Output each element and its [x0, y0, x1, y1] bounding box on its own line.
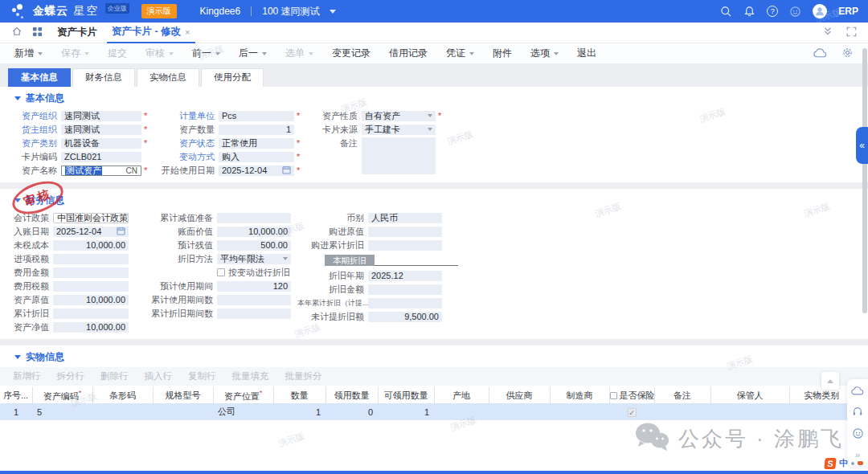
cell-seq[interactable]: 1: [0, 403, 32, 420]
cell-insured[interactable]: ✓: [609, 403, 654, 420]
asset-name-input[interactable]: 测试资产CN: [61, 165, 141, 176]
help-icon[interactable]: ?: [767, 6, 778, 17]
cell-qty[interactable]: 1: [273, 403, 326, 420]
ime-language[interactable]: 中: [839, 457, 848, 469]
cell-available-qty[interactable]: 1: [378, 403, 434, 420]
used-periods-input[interactable]: [217, 295, 291, 305]
asset-status-input[interactable]: 正常使用: [219, 138, 294, 149]
cell-origin[interactable]: [434, 403, 489, 420]
asset-org-input[interactable]: 速同测试: [61, 111, 141, 121]
options-button[interactable]: 选项: [530, 47, 559, 60]
asset-category-input[interactable]: 机器设备: [61, 138, 141, 149]
expense-tax-input[interactable]: [53, 281, 129, 292]
remark-textarea[interactable]: [362, 137, 436, 174]
batch-split-button[interactable]: 批量拆分: [285, 370, 322, 382]
asset-nature-select[interactable]: 自有资产: [362, 111, 436, 121]
cell-location[interactable]: 公司: [213, 403, 273, 420]
collapse-tabs-icon[interactable]: [822, 27, 833, 39]
col-supplier[interactable]: 供应商: [489, 387, 550, 403]
menu-grid-icon[interactable]: [32, 27, 43, 39]
save-button[interactable]: 保存: [61, 47, 89, 60]
col-barcode[interactable]: 条形码: [92, 387, 153, 403]
basic-section-header[interactable]: 基本信息: [0, 87, 868, 108]
physical-section-header[interactable]: 实物信息: [0, 345, 868, 367]
ime-bar[interactable]: S 中: [825, 457, 863, 469]
audit-button[interactable]: 审核: [145, 47, 174, 60]
tab-finance-info[interactable]: 财务信息: [72, 68, 135, 87]
expense-amount-input[interactable]: [53, 268, 129, 278]
owner-org-input[interactable]: 速同测试: [61, 125, 141, 135]
col-location[interactable]: 资产位置*: [213, 387, 273, 403]
smiley-icon[interactable]: [852, 427, 864, 442]
unit-label[interactable]: 计量单位: [158, 110, 219, 122]
cell-keeper[interactable]: [710, 403, 789, 420]
col-asset-code[interactable]: 资产编码*: [32, 387, 92, 403]
col-used-qty[interactable]: 领用数量: [326, 387, 378, 403]
cell-supplier[interactable]: [489, 403, 550, 420]
accounting-policy-select[interactable]: 中国准则会计政策: [53, 213, 129, 223]
split-row-button[interactable]: 拆分行: [57, 370, 85, 382]
card-code-input[interactable]: ZCLB021: [61, 152, 141, 162]
impairment-reserve-input[interactable]: [217, 213, 291, 223]
fullscreen-icon[interactable]: [846, 27, 857, 39]
feedback-smiley-icon[interactable]: [789, 6, 801, 18]
tab-usage-allocation[interactable]: 使用分配: [201, 68, 264, 87]
table-scroll-up[interactable]: [821, 372, 839, 390]
change-method-input[interactable]: 购入: [219, 152, 294, 162]
previous-button[interactable]: 前一: [192, 47, 220, 60]
exit-button[interactable]: 退出: [577, 47, 596, 60]
chevron-down-icon[interactable]: [330, 10, 336, 14]
calendar-icon[interactable]: [117, 227, 125, 237]
calendar-icon[interactable]: [282, 165, 291, 176]
owner-org-label[interactable]: 货主组织: [8, 124, 61, 136]
cloud-icon[interactable]: [851, 386, 864, 398]
tab-physical-info[interactable]: 实物信息: [137, 68, 199, 87]
notification-bell-icon[interactable]: [743, 6, 755, 18]
batch-fill-button[interactable]: 批量填充: [232, 370, 269, 382]
col-remark[interactable]: 备注: [654, 387, 710, 403]
checkbox-checked-icon[interactable]: ✓: [628, 408, 637, 417]
col-available-qty[interactable]: 可领用数量: [378, 387, 434, 403]
attachment-button[interactable]: 附件: [493, 47, 512, 60]
table-row[interactable]: 1 5 公司 1 0 1 ✓: [0, 403, 854, 420]
asset-original-value-input[interactable]: 10,000.00: [53, 295, 129, 305]
org-switcher[interactable]: 100 速同测试: [262, 5, 319, 18]
home-icon[interactable]: [11, 26, 23, 39]
col-insured[interactable]: 是否保险: [609, 387, 654, 403]
user-name[interactable]: ERP: [838, 6, 858, 17]
add-row-button[interactable]: 新增行: [13, 370, 41, 382]
sogou-icon[interactable]: S: [824, 458, 836, 469]
headset-icon[interactable]: [852, 406, 863, 419]
cell-asset-code[interactable]: 5: [32, 403, 92, 420]
untaxed-cost-input[interactable]: 10,000.00: [53, 240, 129, 251]
asset-org-label[interactable]: 资产组织: [8, 110, 61, 122]
unit-input[interactable]: Pcs: [219, 111, 294, 121]
asset-status-label[interactable]: 资产状态: [158, 137, 219, 149]
borrow-records-button[interactable]: 借用记录: [389, 47, 428, 60]
card-source-select[interactable]: 手工建卡: [362, 125, 436, 135]
copy-row-button[interactable]: 复制行: [188, 370, 216, 382]
gear-icon[interactable]: [841, 47, 854, 61]
depreciation-period-input[interactable]: 2025.12: [368, 271, 442, 281]
col-physical-type[interactable]: 实物类别: [789, 387, 854, 403]
cell-physical-type[interactable]: [789, 403, 854, 420]
depreciation-method-select[interactable]: 平均年限法: [217, 254, 291, 264]
next-button[interactable]: 后一: [239, 47, 267, 60]
col-qty[interactable]: 数量: [273, 387, 326, 403]
currency-input[interactable]: 人民币: [368, 213, 442, 223]
submit-button[interactable]: 提交: [108, 47, 127, 60]
collapse-panel-tab[interactable]: «: [856, 127, 868, 164]
col-origin[interactable]: 产地: [434, 387, 489, 403]
cell-used-qty[interactable]: 0: [326, 403, 378, 420]
insert-row-button[interactable]: 插入行: [145, 370, 173, 382]
ytd-depreciation-input[interactable]: [368, 298, 442, 309]
asset-qty-input[interactable]: 1: [219, 125, 294, 135]
scrollbar[interactable]: [862, 48, 867, 313]
purchase-original-value-input[interactable]: [368, 227, 442, 237]
avatar[interactable]: [813, 4, 827, 18]
cloud-icon[interactable]: [813, 47, 827, 60]
asset-category-label[interactable]: 资产类别: [8, 137, 61, 149]
col-seq[interactable]: 序号...: [0, 387, 32, 403]
asset-net-value-input[interactable]: 10,000.00: [53, 322, 129, 333]
input-tax-input[interactable]: [53, 254, 129, 264]
